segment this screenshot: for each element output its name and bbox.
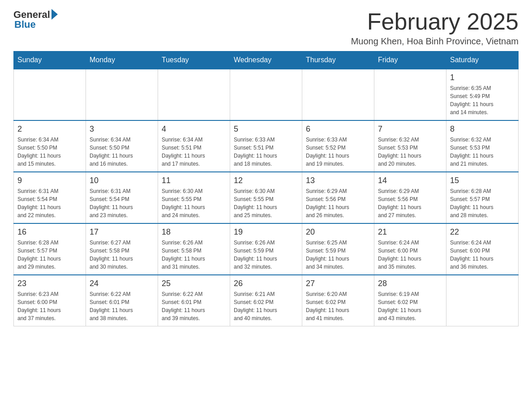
calendar-cell: 20Sunrise: 6:25 AMSunset: 5:59 PMDayligh… — [302, 223, 374, 275]
calendar-cell: 2Sunrise: 6:34 AMSunset: 5:50 PMDaylight… — [14, 120, 86, 172]
calendar-cell: 25Sunrise: 6:22 AMSunset: 6:01 PMDayligh… — [158, 275, 230, 326]
week-row-1: 2Sunrise: 6:34 AMSunset: 5:50 PMDaylight… — [14, 120, 519, 172]
day-number: 14 — [378, 176, 442, 185]
weekday-header-saturday: Saturday — [446, 51, 519, 69]
day-number: 26 — [234, 279, 298, 288]
calendar-cell: 19Sunrise: 6:26 AMSunset: 5:59 PMDayligh… — [230, 223, 302, 275]
day-info: Sunrise: 6:34 AMSunset: 5:51 PMDaylight:… — [162, 136, 226, 168]
calendar-cell: 12Sunrise: 6:30 AMSunset: 5:55 PMDayligh… — [230, 172, 302, 223]
day-number: 4 — [162, 124, 226, 134]
day-number: 2 — [17, 124, 82, 134]
page-header: General Blue February 2025 Muong Khen, H… — [13, 9, 519, 47]
calendar-body: 1Sunrise: 6:35 AMSunset: 5:49 PMDaylight… — [14, 69, 519, 326]
calendar-cell: 6Sunrise: 6:33 AMSunset: 5:52 PMDaylight… — [302, 120, 374, 172]
calendar-cell: 11Sunrise: 6:30 AMSunset: 5:55 PMDayligh… — [158, 172, 230, 223]
calendar-cell — [302, 69, 374, 120]
day-info: Sunrise: 6:24 AMSunset: 6:00 PMDaylight:… — [450, 239, 515, 271]
day-number: 16 — [17, 227, 82, 237]
calendar-cell: 8Sunrise: 6:32 AMSunset: 5:53 PMDaylight… — [446, 120, 519, 172]
weekday-header-tuesday: Tuesday — [158, 51, 230, 69]
day-info: Sunrise: 6:29 AMSunset: 5:56 PMDaylight:… — [306, 187, 370, 219]
day-info: Sunrise: 6:26 AMSunset: 5:59 PMDaylight:… — [234, 239, 298, 271]
day-number: 28 — [378, 279, 442, 288]
logo: General Blue — [13, 9, 58, 30]
day-number: 10 — [90, 176, 154, 185]
day-number: 20 — [306, 227, 370, 237]
day-number: 15 — [450, 176, 515, 185]
calendar-cell: 4Sunrise: 6:34 AMSunset: 5:51 PMDaylight… — [158, 120, 230, 172]
calendar-cell: 9Sunrise: 6:31 AMSunset: 5:54 PMDaylight… — [14, 172, 86, 223]
day-info: Sunrise: 6:25 AMSunset: 5:59 PMDaylight:… — [306, 239, 370, 271]
day-info: Sunrise: 6:31 AMSunset: 5:54 PMDaylight:… — [17, 187, 82, 219]
day-info: Sunrise: 6:30 AMSunset: 5:55 PMDaylight:… — [234, 187, 298, 219]
day-info: Sunrise: 6:34 AMSunset: 5:50 PMDaylight:… — [17, 136, 82, 168]
weekday-header-sunday: Sunday — [14, 51, 86, 69]
calendar-table: SundayMondayTuesdayWednesdayThursdayFrid… — [13, 51, 519, 326]
calendar-cell: 1Sunrise: 6:35 AMSunset: 5:49 PMDaylight… — [446, 69, 519, 120]
day-number: 11 — [162, 176, 226, 185]
day-info: Sunrise: 6:19 AMSunset: 6:02 PMDaylight:… — [378, 290, 442, 322]
day-number: 13 — [306, 176, 370, 185]
day-info: Sunrise: 6:33 AMSunset: 5:51 PMDaylight:… — [234, 136, 298, 168]
calendar-cell: 22Sunrise: 6:24 AMSunset: 6:00 PMDayligh… — [446, 223, 519, 275]
week-row-2: 9Sunrise: 6:31 AMSunset: 5:54 PMDaylight… — [14, 172, 519, 223]
day-number: 22 — [450, 227, 515, 237]
day-info: Sunrise: 6:26 AMSunset: 5:58 PMDaylight:… — [162, 239, 226, 271]
calendar-cell: 24Sunrise: 6:22 AMSunset: 6:01 PMDayligh… — [86, 275, 158, 326]
calendar-cell — [86, 69, 158, 120]
calendar-cell: 5Sunrise: 6:33 AMSunset: 5:51 PMDaylight… — [230, 120, 302, 172]
calendar-cell: 7Sunrise: 6:32 AMSunset: 5:53 PMDaylight… — [374, 120, 446, 172]
calendar-cell: 10Sunrise: 6:31 AMSunset: 5:54 PMDayligh… — [86, 172, 158, 223]
day-info: Sunrise: 6:27 AMSunset: 5:58 PMDaylight:… — [90, 239, 154, 271]
calendar-cell: 3Sunrise: 6:34 AMSunset: 5:50 PMDaylight… — [86, 120, 158, 172]
day-info: Sunrise: 6:22 AMSunset: 6:01 PMDaylight:… — [90, 290, 154, 322]
calendar-cell: 18Sunrise: 6:26 AMSunset: 5:58 PMDayligh… — [158, 223, 230, 275]
day-info: Sunrise: 6:30 AMSunset: 5:55 PMDaylight:… — [162, 187, 226, 219]
day-number: 7 — [378, 124, 442, 134]
day-number: 23 — [17, 279, 82, 288]
calendar-cell: 23Sunrise: 6:23 AMSunset: 6:00 PMDayligh… — [14, 275, 86, 326]
day-number: 1 — [450, 73, 515, 82]
day-info: Sunrise: 6:31 AMSunset: 5:54 PMDaylight:… — [90, 187, 154, 219]
weekday-header-thursday: Thursday — [302, 51, 374, 69]
calendar-cell: 21Sunrise: 6:24 AMSunset: 6:00 PMDayligh… — [374, 223, 446, 275]
day-number: 25 — [162, 279, 226, 288]
calendar-cell: 13Sunrise: 6:29 AMSunset: 5:56 PMDayligh… — [302, 172, 374, 223]
day-number: 27 — [306, 279, 370, 288]
day-number: 9 — [17, 176, 82, 185]
calendar-cell: 28Sunrise: 6:19 AMSunset: 6:02 PMDayligh… — [374, 275, 446, 326]
day-number: 24 — [90, 279, 154, 288]
day-info: Sunrise: 6:24 AMSunset: 6:00 PMDaylight:… — [378, 239, 442, 271]
day-info: Sunrise: 6:32 AMSunset: 5:53 PMDaylight:… — [450, 136, 515, 168]
day-info: Sunrise: 6:20 AMSunset: 6:02 PMDaylight:… — [306, 290, 370, 322]
day-info: Sunrise: 6:33 AMSunset: 5:52 PMDaylight:… — [306, 136, 370, 168]
calendar-cell: 27Sunrise: 6:20 AMSunset: 6:02 PMDayligh… — [302, 275, 374, 326]
calendar-cell: 17Sunrise: 6:27 AMSunset: 5:58 PMDayligh… — [86, 223, 158, 275]
location: Muong Khen, Hoa Binh Province, Vietnam — [351, 36, 519, 47]
day-info: Sunrise: 6:21 AMSunset: 6:02 PMDaylight:… — [234, 290, 298, 322]
day-info: Sunrise: 6:34 AMSunset: 5:50 PMDaylight:… — [90, 136, 154, 168]
day-number: 3 — [90, 124, 154, 134]
logo-blue-text: Blue — [14, 19, 36, 30]
weekday-header-row: SundayMondayTuesdayWednesdayThursdayFrid… — [14, 51, 519, 69]
day-number: 5 — [234, 124, 298, 134]
day-info: Sunrise: 6:29 AMSunset: 5:56 PMDaylight:… — [378, 187, 442, 219]
day-info: Sunrise: 6:28 AMSunset: 5:57 PMDaylight:… — [450, 187, 515, 219]
calendar-cell: 14Sunrise: 6:29 AMSunset: 5:56 PMDayligh… — [374, 172, 446, 223]
day-info: Sunrise: 6:23 AMSunset: 6:00 PMDaylight:… — [17, 290, 82, 322]
calendar-cell — [14, 69, 86, 120]
calendar-cell: 16Sunrise: 6:28 AMSunset: 5:57 PMDayligh… — [14, 223, 86, 275]
calendar-cell: 15Sunrise: 6:28 AMSunset: 5:57 PMDayligh… — [446, 172, 519, 223]
day-info: Sunrise: 6:35 AMSunset: 5:49 PMDaylight:… — [450, 84, 515, 116]
day-number: 18 — [162, 227, 226, 237]
day-number: 6 — [306, 124, 370, 134]
calendar-cell — [374, 69, 446, 120]
logo-arrow-icon — [51, 9, 58, 20]
calendar-cell — [158, 69, 230, 120]
day-number: 8 — [450, 124, 515, 134]
title-area: February 2025 Muong Khen, Hoa Binh Provi… — [351, 9, 519, 47]
day-number: 19 — [234, 227, 298, 237]
weekday-header-monday: Monday — [86, 51, 158, 69]
weekday-header-friday: Friday — [374, 51, 446, 69]
week-row-0: 1Sunrise: 6:35 AMSunset: 5:49 PMDaylight… — [14, 69, 519, 120]
